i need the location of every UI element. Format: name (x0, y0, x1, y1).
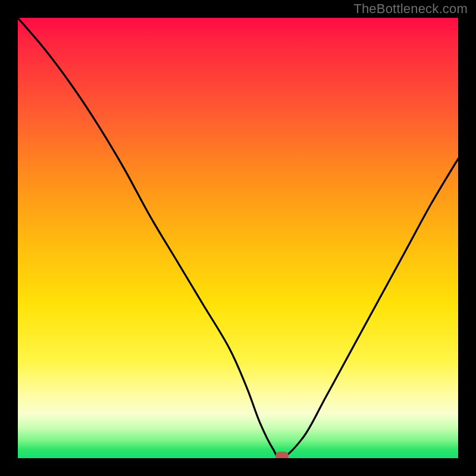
bottleneck-curve (18, 18, 458, 458)
chart-frame: TheBottleneck.com (0, 0, 476, 476)
watermark-label: TheBottleneck.com (353, 1, 468, 17)
optimal-point-marker (275, 452, 289, 458)
plot-area (18, 18, 458, 458)
